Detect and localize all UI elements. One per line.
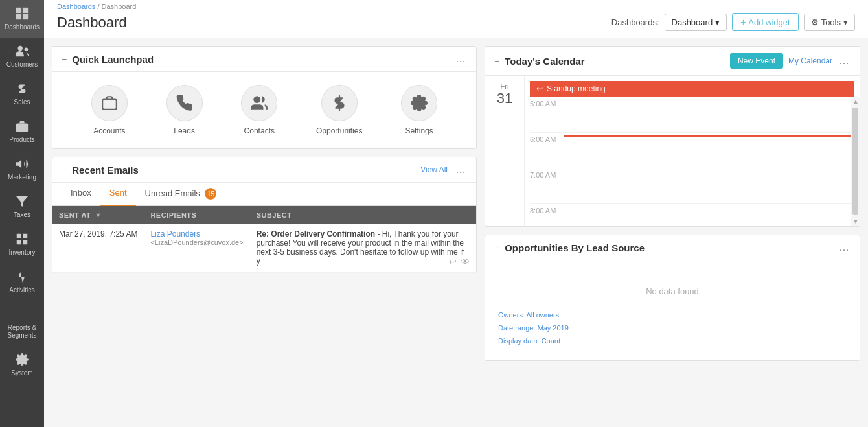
sidebar-item-system[interactable]: System xyxy=(0,346,44,384)
sidebar-item-marketing[interactable]: Marketing xyxy=(0,150,44,188)
my-calendar-link[interactable]: My Calendar xyxy=(788,56,832,65)
launchpad-item-settings[interactable]: Settings xyxy=(401,85,437,135)
time-slot-7am: 7:00 AM xyxy=(530,168,854,203)
widget-header-emails: − Recent Emails View All … xyxy=(52,157,476,183)
launchpad-item-contacts[interactable]: Contacts xyxy=(241,85,277,135)
scroll-up-button[interactable]: ▲ xyxy=(851,97,860,106)
tab-inbox[interactable]: Inbox xyxy=(62,183,100,206)
calendar-title: Today's Calendar xyxy=(505,56,584,67)
time-label-8am: 8:00 AM xyxy=(530,207,559,214)
scroll-down-button[interactable]: ▼ xyxy=(851,216,860,226)
unread-badge: 15 xyxy=(205,188,216,200)
svg-rect-7 xyxy=(16,123,28,132)
breadcrumb-current: Dashboard xyxy=(102,3,137,10)
calendar-widget: − Today's Calendar New Event My Calendar… xyxy=(485,46,860,227)
sidebar-item-products[interactable]: Products xyxy=(0,113,44,150)
emails-menu-button[interactable]: … xyxy=(454,164,467,176)
sidebar-item-inventory[interactable]: Inventory xyxy=(0,225,44,263)
time-label-6am: 6:00 AM xyxy=(530,135,559,143)
col-sent-at[interactable]: SENT AT ▼ xyxy=(52,206,144,224)
calendar-body: Fri 31 ↩ Standup meeting 5:00 AM xyxy=(485,76,860,226)
calendar-event-bar[interactable]: ↩ Standup meeting xyxy=(530,81,854,97)
email-recipient-name[interactable]: Liza Pounders xyxy=(150,229,243,238)
opps-meta-owners: Owners: All owners xyxy=(498,309,847,322)
quick-launchpad-widget: − Quick Launchpad … Accounts xyxy=(52,46,477,149)
svg-rect-2 xyxy=(16,14,21,19)
dashboard-body: − Quick Launchpad … Accounts xyxy=(44,38,868,427)
collapse-calendar-button[interactable]: − xyxy=(494,56,499,66)
launchpad-title: Quick Launchpad xyxy=(72,54,154,65)
svg-rect-3 xyxy=(23,14,28,19)
launchpad-item-accounts[interactable]: Accounts xyxy=(91,85,128,135)
email-subject-bold: Re: Order Delivery Confirmation xyxy=(257,229,375,238)
email-recipient-cell: Liza Pounders <LizaDPounders@cuvox.de> xyxy=(144,224,249,273)
calendar-date-col: Fri 31 xyxy=(485,76,524,226)
opps-meta-display: Display data: Count xyxy=(498,335,847,348)
time-label-5am: 5:00 AM xyxy=(530,100,559,108)
sidebar-item-dashboards[interactable]: Dashboards xyxy=(0,0,44,38)
widget-header-launchpad: − Quick Launchpad … xyxy=(52,47,476,72)
widget-header-opps: − Opportunities By Lead Source … xyxy=(485,235,860,260)
new-event-button[interactable]: New Event xyxy=(730,53,783,69)
svg-rect-18 xyxy=(102,100,117,110)
opps-meta-daterange: Date range: May 2019 xyxy=(498,322,847,335)
breadcrumb-dashboards-link[interactable]: Dashboards xyxy=(57,3,95,10)
sidebar-item-customers[interactable]: Customers xyxy=(0,38,44,75)
calendar-scrollbar[interactable]: ▲ ▼ xyxy=(851,97,860,226)
svg-rect-13 xyxy=(23,240,27,244)
opps-menu-button[interactable]: … xyxy=(838,242,851,253)
sidebar-item-sales[interactable]: Sales xyxy=(0,75,44,113)
launchpad-item-opportunities[interactable]: Opportunities xyxy=(316,85,362,135)
view-button[interactable]: 👁 xyxy=(461,257,470,267)
time-slot-5am: 5:00 AM xyxy=(530,97,854,132)
sidebar-item-activities[interactable]: Activities xyxy=(0,263,44,301)
sidebar: Dashboards Customers Sales Products Mark… xyxy=(0,0,44,427)
cal-day-name: Fri xyxy=(490,82,519,90)
collapse-emails-button[interactable]: − xyxy=(62,165,67,175)
scroll-thumb xyxy=(852,108,858,215)
time-label-7am: 7:00 AM xyxy=(530,171,559,179)
opps-body: No data found Owners: All owners Date ra… xyxy=(485,260,860,360)
collapse-launchpad-button[interactable]: − xyxy=(62,54,67,64)
opportunities-widget: − Opportunities By Lead Source … No data… xyxy=(485,235,860,361)
sidebar-item-taxes[interactable]: Taxes xyxy=(0,188,44,225)
tools-button[interactable]: ⚙ Tools ▾ xyxy=(804,14,855,31)
email-actions: ↩ 👁 xyxy=(449,257,470,267)
opps-no-data: No data found xyxy=(498,273,847,309)
opps-meta: Owners: All owners Date range: May 2019 … xyxy=(498,309,847,347)
add-widget-button[interactable]: + Add widget xyxy=(732,13,799,31)
col-recipients: RECIPIENTS xyxy=(144,206,249,224)
calendar-menu-button[interactable]: … xyxy=(838,55,851,67)
svg-point-4 xyxy=(18,46,23,51)
right-column: − Today's Calendar New Event My Calendar… xyxy=(485,46,860,419)
time-slot-8am: 8:00 AM xyxy=(530,203,854,226)
svg-rect-11 xyxy=(23,234,27,238)
main-content: Dashboards / Dashboard Dashboard Dashboa… xyxy=(44,0,868,427)
sidebar-item-reports[interactable]: Reports & Segments xyxy=(0,301,44,346)
email-sent-at: Mar 27, 2019, 7:25 AM xyxy=(52,224,144,273)
view-all-link[interactable]: View All xyxy=(420,165,448,174)
svg-point-5 xyxy=(25,48,28,52)
reply-button[interactable]: ↩ xyxy=(449,257,457,267)
launchpad-menu-button[interactable]: … xyxy=(454,53,467,65)
breadcrumb: Dashboards / Dashboard xyxy=(57,3,136,10)
time-slot-6am: 6:00 AM xyxy=(530,132,854,168)
dashboard-dropdown[interactable]: Dashboard ▾ xyxy=(665,14,727,31)
header-controls: Dashboards: Dashboard ▾ + Add widget ⚙ T… xyxy=(611,13,855,31)
cal-day-num: 31 xyxy=(490,90,519,107)
email-table: SENT AT ▼ RECIPIENTS SUBJECT Mar 27, 201… xyxy=(52,206,476,273)
svg-rect-0 xyxy=(16,8,21,13)
chevron-down-icon: ▾ xyxy=(715,17,720,27)
svg-rect-10 xyxy=(17,234,21,238)
svg-point-19 xyxy=(255,97,260,102)
collapse-opps-button[interactable]: − xyxy=(494,242,499,253)
tab-unread[interactable]: Unread Emails 15 xyxy=(136,183,226,206)
calendar-scroll-area[interactable]: 5:00 AM 6:00 AM 7: xyxy=(525,97,860,226)
launchpad-icons-area: Accounts Leads Contacts xyxy=(52,72,476,148)
tab-sent[interactable]: Sent xyxy=(100,183,136,206)
email-subject-cell: Re: Order Delivery Confirmation - Hi, Th… xyxy=(250,224,476,273)
gear-icon: ⚙ xyxy=(811,17,819,27)
launchpad-item-leads[interactable]: Leads xyxy=(166,85,203,135)
page-header-wrap: Dashboards / Dashboard Dashboard Dashboa… xyxy=(44,0,868,38)
col-subject: SUBJECT xyxy=(250,206,476,224)
